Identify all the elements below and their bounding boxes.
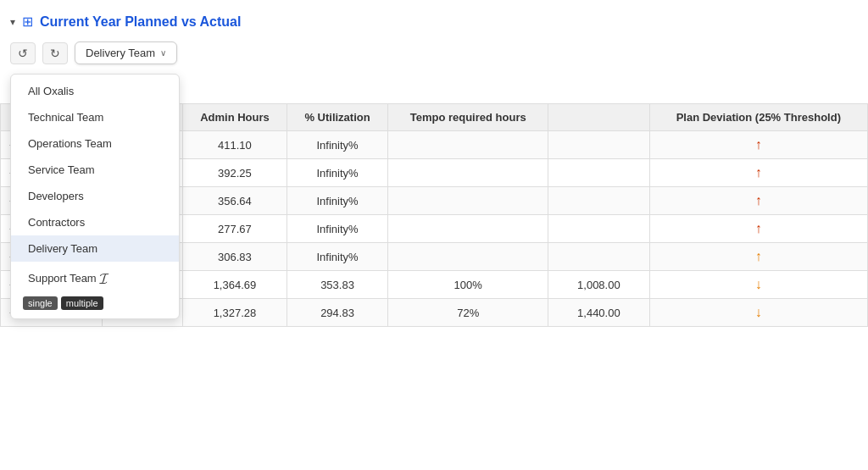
row-tempo-val <box>548 131 650 159</box>
row-tempo-hours <box>388 187 548 215</box>
row-utilization: Infinity% <box>287 131 388 159</box>
row-tempo-val <box>548 243 650 271</box>
row-admin-hours: 392.25 <box>183 159 287 187</box>
row-tempo-hours <box>388 159 548 187</box>
dropdown-item-contractors[interactable]: Contractors <box>11 209 179 235</box>
undo-button[interactable]: ↺ <box>10 42 36 64</box>
page-header: ▾ ⊞ Current Year Planned vs Actual <box>0 8 868 36</box>
row-tempo-hours: 100% <box>388 271 548 299</box>
redo-button[interactable]: ↻ <box>42 42 68 64</box>
table-icon: ⊞ <box>22 14 33 30</box>
row-plan-deviation: ↑ <box>649 243 867 271</box>
row-plan-deviation: ↑ <box>649 159 867 187</box>
col-admin-hours: Admin Hours <box>183 104 287 131</box>
row-admin-hours: 411.10 <box>183 131 287 159</box>
cursor-icon: 𝓘 <box>99 270 108 288</box>
row-utilization: 353.83 <box>287 271 388 299</box>
row-utilization: Infinity% <box>287 187 388 215</box>
row-tempo-val <box>548 215 650 243</box>
row-plan-deviation: ↓ <box>649 271 867 299</box>
row-utilization: 294.83 <box>287 299 388 327</box>
row-tempo-hours <box>388 215 548 243</box>
multiple-tag[interactable]: multiple <box>61 296 103 310</box>
col-utilization: % Utilization <box>287 104 388 131</box>
deviation-down-icon: ↓ <box>755 277 762 291</box>
dropdown-item-developers[interactable]: Developers <box>11 183 179 209</box>
row-tempo-hours <box>388 243 548 271</box>
deviation-up-icon: ↑ <box>755 193 762 207</box>
row-tempo-val <box>548 159 650 187</box>
collapse-chevron-icon[interactable]: ▾ <box>10 16 15 28</box>
dropdown-item-all-oxalis[interactable]: All Oxalis <box>11 78 179 104</box>
col-tempo-val <box>548 104 650 131</box>
deviation-up-icon: ↑ <box>755 221 762 235</box>
row-utilization: Infinity% <box>287 215 388 243</box>
row-utilization: Infinity% <box>287 243 388 271</box>
dropdown-label: Delivery Team <box>86 47 155 59</box>
dropdown-item-support-team[interactable]: Support Team 𝓘 <box>11 262 179 293</box>
col-plan-deviation: Plan Deviation (25% Threshold) <box>649 104 867 131</box>
row-admin-hours: 1,327.28 <box>183 299 287 327</box>
row-admin-hours: 277.67 <box>183 215 287 243</box>
row-tempo-hours <box>388 131 548 159</box>
row-admin-hours: 306.83 <box>183 243 287 271</box>
row-tempo-val: 1,008.00 <box>548 271 650 299</box>
dropdown-item-technical-team[interactable]: Technical Team <box>11 104 179 130</box>
row-tempo-val: 1,440.00 <box>548 299 650 327</box>
deviation-up-orange-icon: ↑ <box>755 249 762 263</box>
row-utilization: Infinity% <box>287 159 388 187</box>
row-tempo-val <box>548 187 650 215</box>
team-dropdown-button[interactable]: Delivery Team ∨ <box>75 41 177 64</box>
deviation-down-icon: ↓ <box>755 305 762 319</box>
page-title: Current Year Planned vs Actual <box>40 14 241 30</box>
row-admin-hours: 356.64 <box>183 187 287 215</box>
single-tag[interactable]: single <box>23 296 58 310</box>
dropdown-item-operations-team[interactable]: Operations Team <box>11 130 179 157</box>
dropdown-chevron-icon: ∨ <box>160 48 166 58</box>
dropdown-item-delivery-team[interactable]: Delivery Team <box>11 235 179 262</box>
col-tempo-hours: Tempo required hours <box>388 104 548 131</box>
row-plan-deviation: ↓ <box>649 299 867 327</box>
dropdown-item-service-team[interactable]: Service Team <box>11 157 179 183</box>
row-plan-deviation: ↑ <box>649 215 867 243</box>
deviation-up-icon: ↑ <box>755 165 762 180</box>
toolbar: ↺ ↻ Delivery Team ∨ All Oxalis Technical… <box>0 36 868 69</box>
row-tempo-hours: 72% <box>388 299 548 327</box>
team-dropdown-menu: All Oxalis Technical Team Operations Tea… <box>10 74 180 319</box>
deviation-up-icon: ↑ <box>755 137 762 152</box>
row-admin-hours: 1,364.69 <box>183 271 287 299</box>
row-plan-deviation: ↑ <box>649 187 867 215</box>
row-plan-deviation: ↑ <box>649 131 867 159</box>
